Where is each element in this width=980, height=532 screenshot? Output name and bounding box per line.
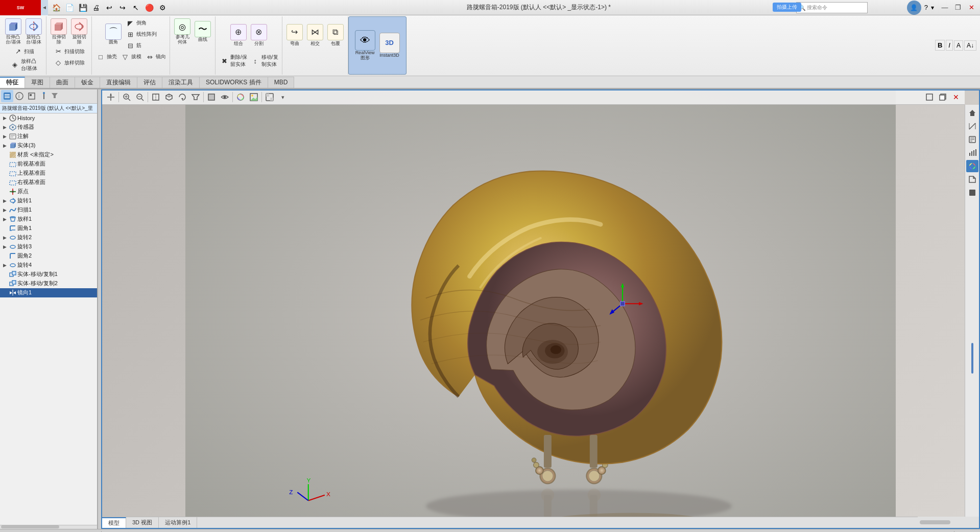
loft-boss-btn[interactable]: ◈ 放样凸台/基体 [8,57,39,73]
split-btn[interactable]: ⊗ 分割 [249,17,269,53]
move-solid-btn[interactable]: ↕ 移动/复制实体 [249,53,280,68]
expand-sensor[interactable]: ▶ [1,124,8,131]
title-expand[interactable]: ◄ [41,0,48,15]
orient-view-btn[interactable] [104,90,117,104]
tree-item-solid[interactable]: ▶ 实体(3) [0,141,97,150]
tree-item-material[interactable]: ▶ 材质 <未指定> [0,150,97,159]
open-btn[interactable]: 📄 [63,2,76,14]
right-appearance-btn[interactable] [966,160,978,172]
tree-item-mirror1[interactable]: ▶ 镜向1 [0,288,97,297]
chamfer-btn[interactable]: ◤ 倒角 [124,17,158,29]
instant3d-btn[interactable]: 3D Instant3D [377,32,402,59]
tree-item-sweep1[interactable]: ▶ 扫描1 [0,205,97,215]
tab-evaluate[interactable]: 评估 [137,77,162,88]
tree-item-revolve1[interactable]: ▶ 旋转1 [0,196,97,205]
revolve-cut-btn[interactable]: 旋转切除 [69,17,89,46]
view-more-btn[interactable]: ▾ [276,90,290,104]
curve-btn[interactable]: 〜 曲线 [193,20,213,43]
tab-feature[interactable]: 特征 [0,77,25,88]
revolve-boss-btn[interactable]: 旋转凸台/基体 [23,17,44,46]
options-btn[interactable]: ⚙ [156,2,169,14]
italic-btn[interactable]: I [946,40,953,51]
right-analyze-btn[interactable] [966,147,978,159]
tree-item-origin[interactable]: ▶ 原点 [0,187,97,196]
new-btn[interactable]: 🏠 [50,2,62,14]
property-mgr-btn[interactable]: i [13,90,26,102]
expand-revolve2[interactable]: ▶ [1,234,8,241]
command-search[interactable]: 🔍 搜索命令 [796,2,868,13]
expand-revolve3[interactable]: ▶ [1,243,8,250]
tree-item-sensor[interactable]: ▶ 传感器 [0,123,97,132]
ref-geom-btn[interactable]: ◎ 参考几何体 [172,17,193,46]
bold-btn[interactable]: B [935,40,945,51]
viewport-hscroll[interactable] [918,517,979,528]
right-prop-btn[interactable] [966,133,978,146]
shell-btn[interactable]: □ 抽壳 [94,51,118,62]
help-btn[interactable]: ? [922,4,930,11]
expand-annotation[interactable]: ▶ [1,133,8,140]
tree-item-fillet1[interactable]: ▶ 圆角1 [0,224,97,233]
text-format-btn[interactable]: A↓ [964,40,976,51]
tree-item-movecopy2[interactable]: ▶ 实体-移动/复制2 [0,279,97,288]
expand-sweep1[interactable]: ▶ [1,206,8,214]
viewport-maximize-btn[interactable] [923,90,936,104]
extrude-cut-btn[interactable]: 拉伸切除 [49,17,69,46]
zoom-area-btn[interactable] [133,90,147,104]
loft-cut-btn[interactable]: ◇ 放样切除 [52,57,86,68]
flex-btn[interactable]: ↪ 弯曲 [284,17,305,53]
right-files-btn[interactable] [966,173,978,186]
expand-revolve4[interactable]: ▶ [1,262,8,269]
minimize-btn[interactable]: — [938,1,951,14]
combine-btn[interactable]: ⊕ 组合 [228,17,249,53]
delete-solid-btn[interactable]: ✖ 删除/保留实体 [218,53,249,68]
tree-item-movecopy1[interactable]: ▶ 实体-移动/复制1 [0,270,97,279]
tab-motion[interactable]: 运动算例1 [159,517,197,528]
tab-model[interactable]: 模型 [102,517,126,528]
tree-item-history[interactable]: ▶ History [0,113,97,123]
close-btn[interactable]: ✕ [965,1,978,14]
right-custom-btn[interactable] [966,187,978,199]
rebuild-btn[interactable]: 🔴 [143,2,155,14]
hide-show-btn[interactable] [218,90,231,104]
feature-tree-btn[interactable] [1,90,13,102]
tree-item-fillet2[interactable]: ▶ 圆角2 [0,251,97,261]
tab-3d-view[interactable]: 3D 视图 [126,517,159,528]
rib-btn[interactable]: ⊟ 筋 [124,40,158,51]
right-dim-btn[interactable] [966,120,978,132]
tab-render[interactable]: 渲染工具 [162,77,200,88]
zoom-fit-btn[interactable] [120,90,133,104]
draft-btn[interactable]: ▽ 拔模 [118,51,143,62]
arrow-btn[interactable]: ▾ [931,4,934,11]
viewport-settings-btn[interactable] [263,90,276,104]
redo-btn[interactable]: ↪ [116,2,129,14]
viewport[interactable]: ▾ ✕ [101,89,980,529]
view-cube-btn[interactable] [162,90,176,104]
add-pin-btn[interactable] [38,90,50,102]
section-view-btn[interactable] [149,90,162,104]
restore-btn[interactable]: ❐ [951,1,965,14]
text-size-btn[interactable]: A [954,40,963,51]
panel-hscrollbar[interactable] [0,525,97,529]
linear-pattern-btn[interactable]: ⊞ 线性阵列 [124,29,158,40]
save-btn[interactable]: 💾 [77,2,89,14]
sweep-boss-btn[interactable]: ↗ 扫描 [11,46,36,57]
undo-btn[interactable]: ↩ [103,2,115,14]
expand-history[interactable]: ▶ [1,114,8,122]
cloud-upload-btn[interactable]: 拍摄上传 [773,3,801,12]
viewport-restore-btn[interactable] [936,90,949,104]
tree-item-loft1[interactable]: ▶ 放样1 [0,215,97,224]
select-btn[interactable]: ↖ [130,2,142,14]
tab-direct-edit[interactable]: 直接编辑 [100,77,137,88]
tree-item-revolve3[interactable]: ▶ 旋转3 [0,242,97,251]
wrap-btn[interactable]: ⧉ 包覆 [325,17,346,53]
tree-item-front-plane[interactable]: ▶ 前视基准面 [0,159,97,169]
print-btn[interactable]: 🖨 [90,2,102,14]
appearance-btn[interactable] [234,90,247,104]
expand-revolve1[interactable]: ▶ [1,197,8,204]
expand-solid[interactable]: ▶ [1,142,8,149]
config-mgr-btn[interactable] [26,90,38,102]
tree-item-revolve2[interactable]: ▶ 旋转2 [0,233,97,242]
tree-item-top-plane[interactable]: ▶ 上视基准面 [0,169,97,178]
intersect-btn[interactable]: ⋈ 相交 [305,17,325,53]
tab-mbd[interactable]: MBD [268,77,295,88]
